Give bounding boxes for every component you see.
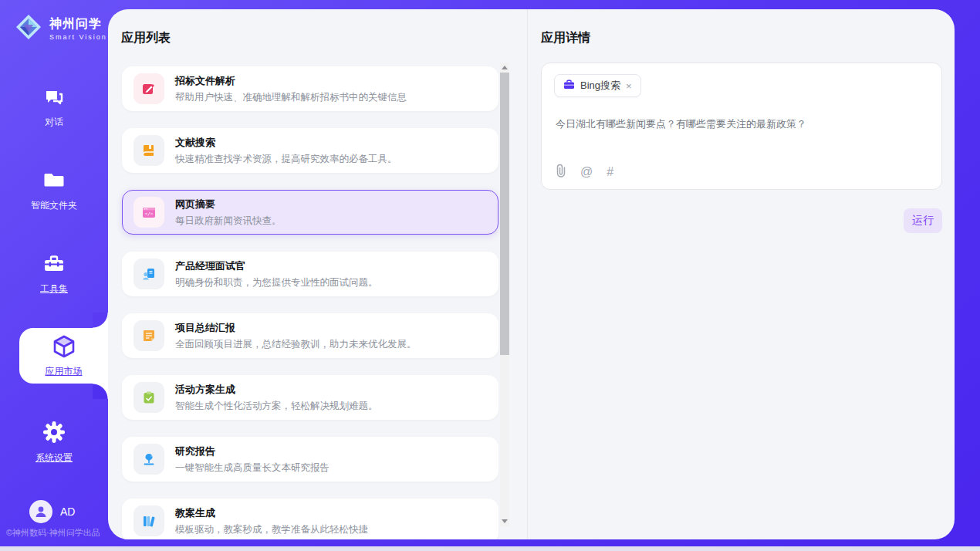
- sidebar-item-smart-folder[interactable]: 智能文件夹: [0, 170, 108, 212]
- app-desc: 帮助用户快速、准确地理解和解析招标书中的关键信息: [175, 91, 407, 104]
- tag-close-icon[interactable]: ×: [626, 81, 632, 91]
- brand-diamond-icon: [14, 12, 43, 45]
- project-summary-icon: [133, 320, 164, 351]
- app-name: 研究报告: [175, 445, 329, 458]
- research-report-icon: [133, 444, 164, 475]
- mention-icon[interactable]: @: [580, 165, 593, 179]
- sidebar-item-label: 系统设置: [35, 451, 73, 465]
- avatar: [29, 500, 52, 523]
- cube-icon: [52, 334, 76, 362]
- scroll-up-icon[interactable]: [500, 63, 509, 73]
- brand-name: 神州问学: [49, 16, 107, 32]
- event-plan-icon: [133, 382, 164, 413]
- app-name: 活动方案生成: [175, 383, 378, 397]
- sidebar-item-settings[interactable]: 系统设置: [0, 421, 108, 465]
- app-desc: 快速精准查找学术资源，提高研究效率的必备工具。: [175, 153, 397, 166]
- brand-subtitle: Smart Vision: [49, 33, 107, 41]
- app-card-event-plan[interactable]: 活动方案生成 智能生成个性化活动方案，轻松解决规划难题。: [122, 375, 498, 420]
- app-detail-title: 应用详情: [541, 30, 590, 46]
- app-desc: 一键智能生成高质量长文本研究报告: [175, 461, 329, 475]
- gear-icon: [42, 421, 66, 447]
- app-desc: 智能生成个性化活动方案，轻松解决规划难题。: [175, 400, 378, 413]
- copyright-text: ©神州数码·神州问学出品: [6, 527, 100, 539]
- prompt-actions: @ #: [556, 164, 613, 181]
- app-name: 产品经理面试官: [175, 259, 378, 273]
- literature-search-icon: [133, 135, 164, 166]
- app-detail-panel: 应用详情 Bing搜索 × 今日湖北有哪些新闻要点？有哪些需要关注的最新政策？: [528, 9, 955, 539]
- tab-connector-bottom: [93, 384, 108, 399]
- app-list-scrollbar[interactable]: [500, 63, 509, 526]
- toolbox-icon: [43, 253, 65, 278]
- prompt-input[interactable]: 今日湖北有哪些新闻要点？有哪些需要关注的最新政策？: [556, 117, 806, 131]
- lesson-plan-icon: [133, 505, 164, 536]
- app-name: 网页摘要: [175, 198, 282, 211]
- app-desc: 每日政府新闻资讯快查。: [175, 215, 282, 228]
- user-name: AD: [60, 505, 75, 518]
- app-name: 教案生成: [175, 506, 368, 520]
- hash-icon[interactable]: #: [607, 165, 613, 179]
- app-name: 招标文件解析: [175, 74, 407, 88]
- app-list-panel: 应用列表 招标文件解析 帮助用户快速、准确地理解和解析招标书中的关键信息: [108, 9, 527, 539]
- app-card-literature-search[interactable]: 文献搜索 快速精准查找学术资源，提高研究效率的必备工具。: [122, 128, 498, 173]
- attachment-icon[interactable]: [556, 164, 566, 181]
- app-list-title: 应用列表: [121, 30, 171, 46]
- sidebar-item-app-market[interactable]: 应用市场: [19, 328, 108, 384]
- scroll-down-icon[interactable]: [500, 516, 509, 526]
- scrollbar-thumb[interactable]: [500, 73, 509, 355]
- app-card-project-summary[interactable]: 项目总结汇报 全面回顾项目进展，总结经验教训，助力未来优化发展。: [122, 313, 498, 358]
- main-content: 应用列表 招标文件解析 帮助用户快速、准确地理解和解析招标书中的关键信息: [108, 9, 955, 539]
- app-card-webpage-summary[interactable]: </> 网页摘要 每日政府新闻资讯快查。: [122, 190, 498, 235]
- pm-interviewer-icon: [133, 259, 164, 289]
- sidebar-item-label: 对话: [45, 116, 63, 129]
- sidebar-item-chat[interactable]: 对话: [0, 86, 108, 129]
- app-card-lesson-plan[interactable]: 教案生成 模板驱动，教案秒成，教学准备从此轻松快捷: [122, 499, 498, 539]
- sidebar-item-label: 应用市场: [46, 365, 83, 378]
- webpage-summary-icon: </>: [133, 197, 164, 228]
- brand-logo: 神州问学 Smart Vision: [14, 12, 107, 45]
- tool-tag-label: Bing搜索: [580, 79, 620, 93]
- sidebar-item-label: 智能文件夹: [31, 199, 77, 212]
- user-icon: [34, 505, 48, 519]
- app-name: 文献搜索: [175, 136, 397, 150]
- app-card-research-report[interactable]: 研究报告 一键智能生成高质量长文本研究报告: [122, 437, 498, 482]
- app-desc: 明确身份和职责，为您提供专业性的面试问题。: [175, 276, 378, 289]
- app-card-bid-parse[interactable]: 招标文件解析 帮助用户快速、准确地理解和解析招标书中的关键信息: [122, 66, 498, 111]
- app-desc: 全面回顾项目进展，总结经验教训，助力未来优化发展。: [175, 338, 417, 351]
- sidebar-item-label: 工具集: [40, 282, 68, 296]
- app-card-pm-interviewer[interactable]: 产品经理面试官 明确身份和职责，为您提供专业性的面试问题。: [122, 252, 498, 296]
- bid-document-parse-icon: [133, 73, 164, 104]
- prompt-card: Bing搜索 × 今日湖北有哪些新闻要点？有哪些需要关注的最新政策？ @ #: [541, 63, 942, 190]
- run-button[interactable]: 运行: [904, 208, 942, 233]
- sidebar: 神州问学 Smart Vision 对话 智能文件夹: [0, 0, 108, 546]
- svg-text:</>: </>: [145, 211, 154, 216]
- folder-icon: [43, 170, 65, 194]
- sidebar-item-toolbox[interactable]: 工具集: [0, 253, 108, 296]
- window-bottom-edge: [0, 546, 980, 551]
- user-account[interactable]: AD: [29, 500, 75, 523]
- briefcase-icon: [563, 79, 575, 93]
- chat-icon: [43, 86, 65, 111]
- tab-connector-top: [93, 313, 108, 328]
- tool-tag-bing-search[interactable]: Bing搜索 ×: [554, 74, 641, 97]
- app-name: 项目总结汇报: [175, 321, 417, 335]
- app-desc: 模板驱动，教案秒成，教学准备从此轻松快捷: [175, 523, 368, 536]
